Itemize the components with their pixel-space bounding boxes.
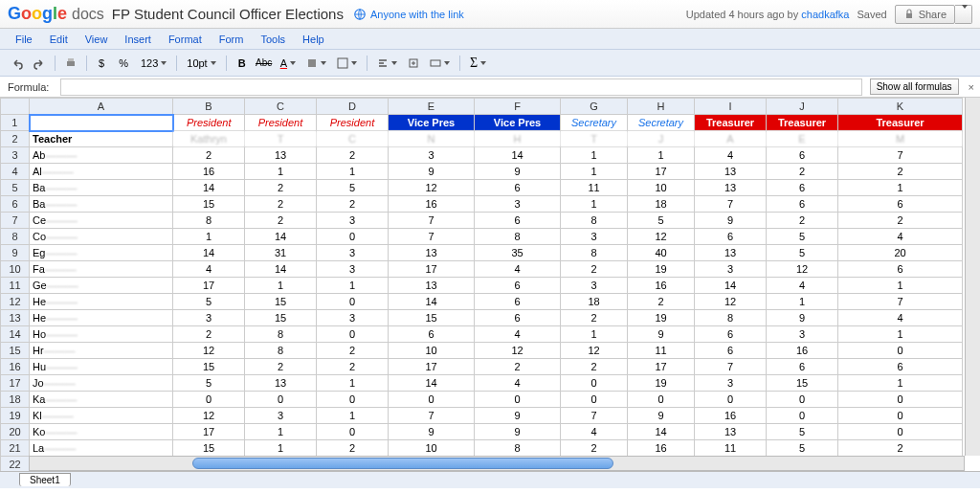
row-header[interactable]: 22 xyxy=(1,457,30,473)
cell[interactable]: He——— xyxy=(30,294,173,310)
cell[interactable]: 17 xyxy=(628,164,695,180)
cell[interactable]: 1 xyxy=(245,440,317,457)
cell[interactable]: 0 xyxy=(838,424,963,440)
row-header[interactable]: 5 xyxy=(1,180,30,196)
cell[interactable]: 14 xyxy=(245,261,317,278)
cell[interactable]: 0 xyxy=(173,392,245,408)
cell[interactable]: 6 xyxy=(475,294,561,310)
cell[interactable]: 3 xyxy=(767,326,838,343)
cell[interactable]: 5 xyxy=(317,180,389,196)
row-header[interactable]: 7 xyxy=(1,213,30,229)
cell[interactable]: 4 xyxy=(838,310,963,326)
cell[interactable]: 2 xyxy=(173,147,245,164)
row-header[interactable]: 18 xyxy=(1,392,30,408)
col-header[interactable]: I xyxy=(695,99,767,115)
cell[interactable]: 1 xyxy=(838,278,963,294)
fill-color-button[interactable] xyxy=(302,56,330,71)
cell[interactable]: 1 xyxy=(561,326,628,343)
row-header[interactable]: 20 xyxy=(1,424,30,440)
col-header[interactable]: H xyxy=(628,99,695,115)
cell[interactable]: 12 xyxy=(561,343,628,359)
merge-button[interactable] xyxy=(426,56,454,71)
cell[interactable]: 17 xyxy=(628,359,695,375)
cell[interactable]: Ge——— xyxy=(30,278,173,294)
cell[interactable]: 3 xyxy=(561,229,628,245)
row-header[interactable]: 2 xyxy=(1,131,30,147)
cell[interactable]: President xyxy=(173,115,245,131)
horizontal-scrollbar[interactable] xyxy=(29,456,965,471)
cell[interactable]: 2 xyxy=(838,213,963,229)
cell[interactable]: Vice Pres xyxy=(389,115,475,131)
cell[interactable]: Secretary xyxy=(628,115,695,131)
col-header[interactable]: F xyxy=(475,99,561,115)
cell[interactable]: 13 xyxy=(695,164,767,180)
cell[interactable]: 2 xyxy=(838,164,963,180)
col-header[interactable]: K xyxy=(838,99,963,115)
cell[interactable]: 2 xyxy=(245,359,317,375)
menu-file[interactable]: File xyxy=(8,31,40,48)
share-dropdown-button[interactable] xyxy=(955,5,972,24)
cell[interactable]: 2 xyxy=(475,359,561,375)
cell[interactable]: 3 xyxy=(695,261,767,278)
cell[interactable]: 7 xyxy=(389,213,475,229)
cell[interactable]: 9 xyxy=(475,164,561,180)
cell[interactable]: 14 xyxy=(173,245,245,261)
visibility-link[interactable]: Anyone with the link xyxy=(353,8,464,21)
cell[interactable]: 2 xyxy=(317,343,389,359)
cell[interactable]: 9 xyxy=(389,164,475,180)
cell[interactable]: 6 xyxy=(695,229,767,245)
cell[interactable]: La——— xyxy=(30,440,173,457)
cell[interactable]: 5 xyxy=(767,229,838,245)
cell[interactable]: 13 xyxy=(695,424,767,440)
cell[interactable]: 6 xyxy=(767,147,838,164)
cell[interactable]: 0 xyxy=(317,424,389,440)
cell[interactable]: 3 xyxy=(317,245,389,261)
cell[interactable]: Ho——— xyxy=(30,326,173,343)
strikethrough-button[interactable]: Abc xyxy=(255,54,274,73)
cell[interactable]: He——— xyxy=(30,310,173,326)
cell[interactable]: 10 xyxy=(628,180,695,196)
cell[interactable]: 1 xyxy=(245,424,317,440)
cell[interactable]: M xyxy=(838,131,963,147)
cell[interactable]: 8 xyxy=(173,213,245,229)
formula-input[interactable] xyxy=(60,78,861,96)
select-all-corner[interactable] xyxy=(1,99,30,115)
font-size-selector[interactable]: 10pt xyxy=(183,56,219,71)
cell[interactable]: 1 xyxy=(838,375,963,392)
cell[interactable]: 6 xyxy=(767,359,838,375)
cell[interactable]: 6 xyxy=(475,310,561,326)
cell[interactable]: 6 xyxy=(695,326,767,343)
cell[interactable]: 19 xyxy=(628,310,695,326)
cell[interactable]: 15 xyxy=(245,310,317,326)
cell[interactable]: 0 xyxy=(317,294,389,310)
cell[interactable]: Treasurer xyxy=(767,115,838,131)
cell[interactable]: 18 xyxy=(561,294,628,310)
cell[interactable]: 4 xyxy=(475,326,561,343)
percent-button[interactable]: % xyxy=(113,56,134,71)
cell[interactable]: Secretary xyxy=(561,115,628,131)
cell[interactable]: 31 xyxy=(245,245,317,261)
cell[interactable]: Al——— xyxy=(30,164,173,180)
cell[interactable]: E xyxy=(767,131,838,147)
cell[interactable]: J xyxy=(628,131,695,147)
cell[interactable]: 1 xyxy=(561,164,628,180)
cell[interactable]: 0 xyxy=(695,392,767,408)
cell[interactable]: 12 xyxy=(695,294,767,310)
row-header[interactable]: 19 xyxy=(1,408,30,424)
cell[interactable]: Jo——— xyxy=(30,375,173,392)
cell[interactable]: 0 xyxy=(838,343,963,359)
cell[interactable]: Ab——— xyxy=(30,147,173,164)
cell[interactable]: 40 xyxy=(628,245,695,261)
cell[interactable]: 0 xyxy=(561,392,628,408)
cell[interactable]: Eg——— xyxy=(30,245,173,261)
cell[interactable]: 2 xyxy=(767,213,838,229)
cell[interactable]: 11 xyxy=(628,343,695,359)
cell[interactable]: 13 xyxy=(389,278,475,294)
text-color-button[interactable]: A xyxy=(277,56,300,71)
cell[interactable]: A xyxy=(695,131,767,147)
cell[interactable]: 7 xyxy=(695,196,767,213)
cell[interactable]: 3 xyxy=(245,408,317,424)
cell[interactable]: 4 xyxy=(475,375,561,392)
cell[interactable]: 2 xyxy=(317,359,389,375)
cell[interactable]: 0 xyxy=(767,408,838,424)
